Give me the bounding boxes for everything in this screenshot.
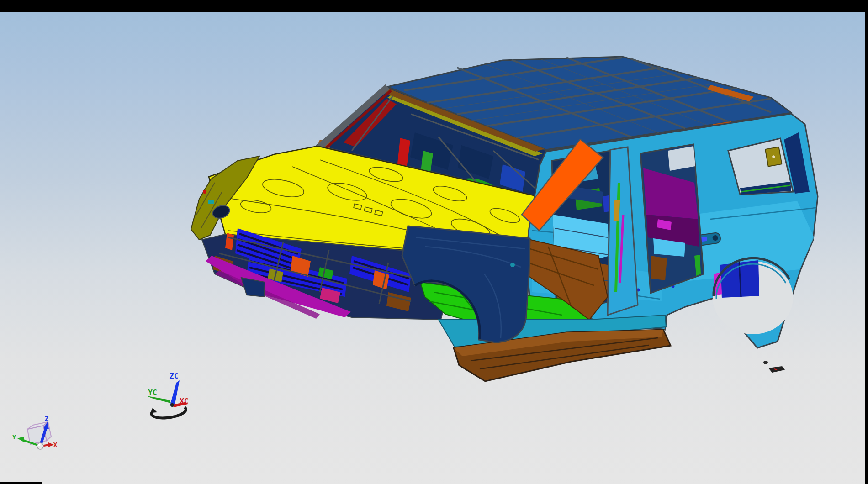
fender-hole — [510, 263, 515, 267]
wcs-origin[interactable] — [170, 403, 174, 407]
model-canvas[interactable]: ZC YC XC Z Y X — [0, 12, 865, 484]
wcs-y-label: YC — [148, 388, 157, 397]
abs-y-label: Y — [12, 433, 16, 441]
wcs-x-label: XC — [180, 397, 188, 405]
bottom-left-letterbox-sliver — [0, 482, 42, 484]
rear-door-aperture[interactable] — [640, 144, 704, 293]
wcs-triad[interactable]: ZC YC XC — [147, 372, 189, 418]
absolute-triad[interactable]: Z Y X — [12, 415, 58, 449]
abs-origin-sphere[interactable] — [37, 443, 43, 449]
abs-x-label: X — [53, 441, 58, 448]
wcs-handle-arrowhead — [151, 408, 157, 413]
debris-parts[interactable] — [763, 361, 785, 373]
abs-y-arrowhead — [17, 437, 24, 442]
cad-viewport[interactable]: ZC YC XC Z Y X — [0, 12, 865, 484]
wcs-z-axis-arrow[interactable] — [170, 380, 180, 406]
wcs-y-axis-arrow[interactable] — [147, 396, 171, 403]
rear-floor-brown — [651, 256, 667, 280]
abs-origin-highlight — [38, 444, 41, 446]
cowl-teal-chip — [208, 200, 214, 204]
wcs-z-label: ZC — [169, 372, 178, 380]
right-letterbox-bar — [865, 0, 868, 484]
abs-z-label: Z — [45, 415, 48, 422]
cowl-red-dot — [203, 190, 206, 194]
wcs-rotate-handle[interactable] — [152, 407, 186, 418]
window-bracket — [765, 147, 782, 167]
belt-adjuster — [614, 200, 620, 221]
rear-wheel-arch[interactable] — [713, 258, 793, 334]
top-letterbox-bar — [0, 0, 868, 12]
